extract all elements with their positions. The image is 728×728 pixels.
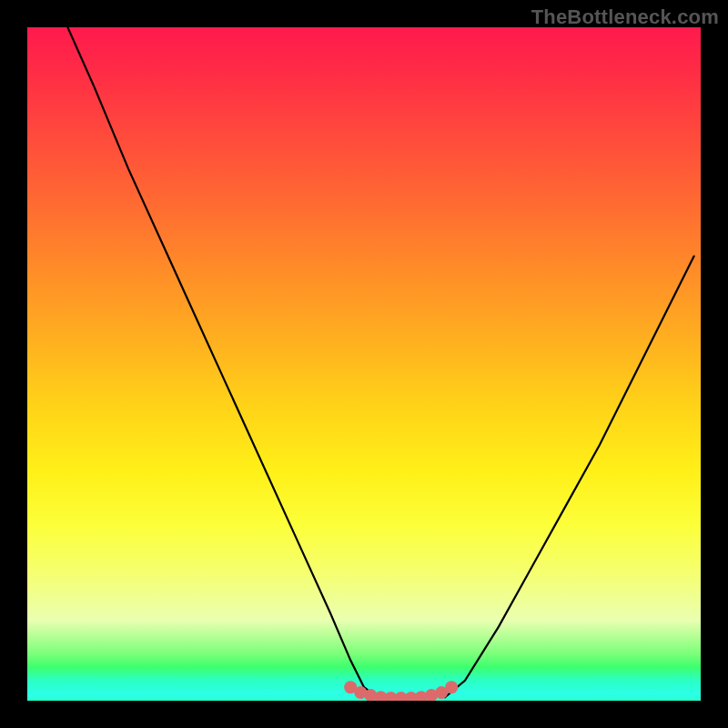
chart-frame: TheBottleneck.com [0, 0, 728, 728]
right-curve [445, 257, 694, 698]
watermark-text: TheBottleneck.com [531, 5, 719, 29]
left-curve [67, 27, 377, 697]
curve-canvas [27, 27, 701, 701]
plot-area [27, 27, 701, 701]
trough-dot [445, 681, 458, 693]
